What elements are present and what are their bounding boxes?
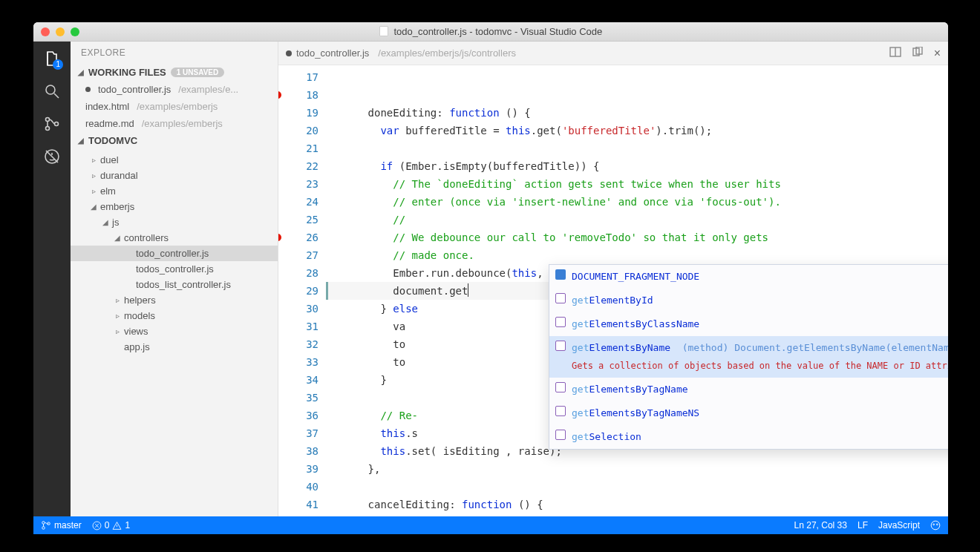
- intellisense-item[interactable]: DOCUMENT_FRAGMENT_NODE: [549, 265, 948, 289]
- intellisense-item[interactable]: getElementsByTagName: [549, 378, 948, 401]
- window-title: todo_controller.js - todomvc - Visual St…: [33, 26, 948, 37]
- project-header[interactable]: ◢ TODOMVC: [71, 132, 278, 149]
- source-control-icon[interactable]: [42, 114, 62, 134]
- activity-bar: 1: [33, 42, 71, 516]
- svg-point-1: [46, 118, 50, 122]
- svg-point-3: [55, 122, 59, 126]
- sidebar-title: EXPLORE: [71, 42, 278, 64]
- intellisense-popup[interactable]: DOCUMENT_FRAGMENT_NODEgetElementByIdgetE…: [549, 264, 948, 450]
- tab-path: /examples/emberjs/js/controllers: [378, 47, 516, 59]
- svg-point-13: [933, 524, 935, 525]
- tree-item[interactable]: ▹views: [71, 323, 278, 339]
- problems[interactable]: 0 1: [92, 520, 130, 530]
- intellisense-item[interactable]: getElementsByName (method) Document.getE…: [549, 336, 948, 378]
- eol[interactable]: LF: [858, 520, 868, 530]
- sidebar: EXPLORE ◢ WORKING FILES 1 UNSAVED todo_c…: [71, 42, 278, 516]
- chevron-down-icon: ◢: [78, 137, 84, 145]
- tree-item[interactable]: todos_list_controller.js: [71, 277, 278, 292]
- open-changes-icon[interactable]: [912, 47, 924, 60]
- working-files-list: todo_controller.js/examples/e...index.ht…: [71, 81, 278, 132]
- branch-name: master: [54, 520, 82, 530]
- working-file[interactable]: index.html/examples/emberjs: [71, 98, 278, 115]
- language-mode[interactable]: JavaScript: [878, 520, 920, 530]
- editor-tab[interactable]: todo_controller.js /examples/emberjs/js/…: [286, 47, 516, 59]
- working-files-label: WORKING FILES: [88, 67, 166, 78]
- tree-item[interactable]: ◢emberjs: [71, 199, 278, 214]
- titlebar: todo_controller.js - todomvc - Visual St…: [33, 22, 948, 42]
- code-editor[interactable]: 1718192021222324252627282930313233343536…: [278, 65, 948, 516]
- svg-point-8: [42, 522, 45, 525]
- search-icon[interactable]: [42, 82, 62, 101]
- error-count: 0: [105, 520, 110, 530]
- split-editor-icon[interactable]: [889, 47, 901, 60]
- working-files-header[interactable]: ◢ WORKING FILES 1 UNSAVED: [71, 64, 278, 81]
- tree-item[interactable]: ▹elm: [71, 183, 278, 199]
- status-bar: master 0 1 Ln 27, Col 33 LF JavaScript: [33, 516, 948, 534]
- working-file[interactable]: readme.md/examples/emberjs: [71, 115, 278, 132]
- intellisense-item[interactable]: getElementsByClassName: [549, 312, 948, 336]
- working-file[interactable]: todo_controller.js/examples/e...: [71, 81, 278, 98]
- editor-area: todo_controller.js /examples/emberjs/js/…: [278, 42, 948, 516]
- vscode-window: todo_controller.js - todomvc - Visual St…: [33, 22, 948, 534]
- tree-item[interactable]: app.js: [71, 339, 278, 355]
- tree-item[interactable]: ▹duel: [71, 152, 278, 168]
- tab-actions: ×: [889, 47, 941, 60]
- svg-point-2: [46, 127, 50, 131]
- debug-icon[interactable]: [42, 147, 62, 166]
- intellisense-item[interactable]: getElementsByTagNameNS: [549, 401, 948, 425]
- tree-item[interactable]: ▹models: [71, 308, 278, 323]
- explorer-badge: 1: [53, 59, 63, 70]
- project-label: TODOMVC: [88, 135, 137, 146]
- svg-point-12: [931, 521, 940, 530]
- tree-item[interactable]: ◢js: [71, 214, 278, 230]
- svg-point-9: [42, 527, 45, 530]
- close-tab-icon[interactable]: ×: [934, 47, 941, 60]
- warning-count: 1: [125, 520, 130, 530]
- window-title-text: todo_controller.js - todomvc - Visual St…: [393, 26, 602, 37]
- tab-bar: todo_controller.js /examples/emberjs/js/…: [278, 42, 948, 65]
- svg-point-14: [936, 524, 938, 525]
- git-branch[interactable]: master: [41, 520, 82, 530]
- tree-item[interactable]: ◢controllers: [71, 230, 278, 246]
- file-tree: ▹duel▹durandal▹elm◢emberjs◢js◢controller…: [71, 149, 278, 358]
- intellisense-item[interactable]: getSelection: [549, 425, 948, 449]
- dirty-dot-icon: [286, 50, 292, 56]
- tree-item[interactable]: ▹durandal: [71, 168, 278, 183]
- unsaved-badge: 1 UNSAVED: [171, 68, 225, 77]
- svg-point-0: [46, 85, 55, 94]
- line-number-gutter[interactable]: 1718192021222324252627282930313233343536…: [278, 65, 326, 516]
- tree-item[interactable]: todo_controller.js: [71, 246, 278, 261]
- tree-item[interactable]: todos_controller.js: [71, 261, 278, 277]
- chevron-down-icon: ◢: [78, 68, 84, 76]
- intellisense-item[interactable]: getElementById: [549, 289, 948, 312]
- cursor-position[interactable]: Ln 27, Col 33: [794, 520, 847, 530]
- file-icon: [379, 26, 388, 36]
- code-content[interactable]: doneEditing: function () { var bufferedT…: [326, 65, 948, 516]
- tab-filename: todo_controller.js: [296, 47, 369, 59]
- tree-item[interactable]: ▹helpers: [71, 292, 278, 308]
- feedback-icon[interactable]: [930, 520, 941, 530]
- explorer-icon[interactable]: 1: [42, 49, 62, 68]
